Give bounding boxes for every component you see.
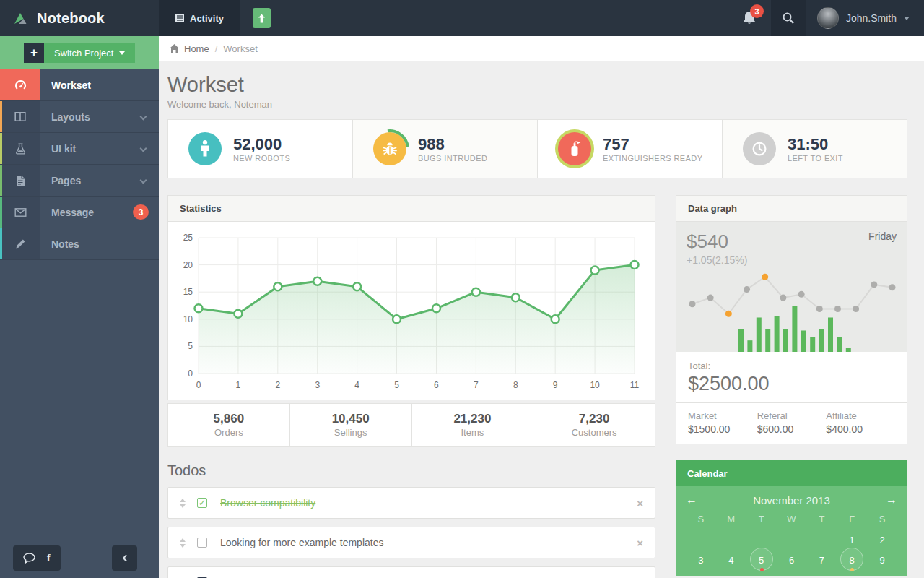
calendar-day-13[interactable]: 13 xyxy=(777,570,807,576)
stat-value: 988 xyxy=(418,135,487,153)
stat-label: NEW ROBOTS xyxy=(233,154,290,163)
notifications-button[interactable]: 3 xyxy=(728,0,771,36)
activity-list-icon xyxy=(175,13,185,23)
calendar-month: November 2013 xyxy=(703,494,880,506)
page-subtitle: Welcome back, Noteman xyxy=(167,99,907,110)
svg-text:2: 2 xyxy=(275,380,280,390)
todo-checkbox[interactable] xyxy=(197,538,207,548)
sidebar-item-notes[interactable]: Notes xyxy=(0,228,159,260)
svg-text:4: 4 xyxy=(354,380,359,390)
bug-icon xyxy=(373,132,406,165)
calendar-day-9[interactable]: 9 xyxy=(867,550,897,570)
stat-label: BUGS INTRUDED xyxy=(418,154,487,163)
item-color-stripe xyxy=(0,101,2,132)
breakdown-value: $400.00 xyxy=(826,423,895,435)
breakdown-market: Market$1500.00 xyxy=(688,410,757,435)
calendar-day-5[interactable]: 5 xyxy=(746,550,777,570)
facebook-icon[interactable]: f xyxy=(47,553,51,564)
stat-boxes-row: 52,000NEW ROBOTS988BUGS INTRUDED757EXTIN… xyxy=(167,119,907,178)
sidebar-item-pages[interactable]: Pages xyxy=(0,165,159,197)
item-color-stripe xyxy=(0,228,2,259)
left-column: Statistics 051015202501234567891011 5,86… xyxy=(167,195,655,578)
calendar-prev-button[interactable]: ← xyxy=(686,493,703,506)
calendar-day-15[interactable]: 15 xyxy=(837,570,867,576)
substat-label: Customers xyxy=(572,427,617,438)
calendar-next-button[interactable]: → xyxy=(880,493,897,506)
todo-label: Looking for more example templates xyxy=(220,537,383,548)
add-project-button[interactable]: + xyxy=(24,43,44,63)
sparkbars-chart xyxy=(687,303,898,352)
sidebar-item-label: UI kit xyxy=(40,133,141,164)
chevron-down-icon xyxy=(904,17,910,20)
calendar-day-12[interactable]: 12 xyxy=(746,570,777,576)
close-icon[interactable]: × xyxy=(637,537,643,549)
sidebar-item-label: Layouts xyxy=(40,101,141,132)
calendar-day-header: F xyxy=(837,514,867,530)
calendar-day-number: 5 xyxy=(759,555,764,566)
collapse-sidebar-button[interactable] xyxy=(112,545,137,571)
sidebar: + Switch Project WorksetLayoutsUI kitPag… xyxy=(0,36,159,578)
brand[interactable]: Notebook xyxy=(0,0,159,36)
sidebar-item-layouts[interactable]: Layouts xyxy=(0,101,159,133)
switch-project-label: Switch Project xyxy=(54,48,113,59)
drag-handle-icon[interactable] xyxy=(180,499,186,508)
substat-customers: 7,230Customers xyxy=(533,404,655,446)
calendar-day-7[interactable]: 7 xyxy=(806,550,837,570)
person-icon xyxy=(188,132,222,165)
todo-label: Browser compatibility xyxy=(220,497,315,509)
calendar-title: Calendar xyxy=(676,460,907,486)
breakdown-label: Market xyxy=(688,410,757,421)
calendar-day-3[interactable]: 3 xyxy=(686,550,716,570)
stat-box-new-robots[interactable]: 52,000NEW ROBOTS xyxy=(168,120,353,178)
chat-icon[interactable] xyxy=(23,553,35,564)
calendar-day-empty xyxy=(777,530,807,550)
close-icon[interactable]: × xyxy=(637,497,643,509)
upload-button[interactable] xyxy=(253,8,271,28)
sidebar-item-ui-kit[interactable]: UI kit xyxy=(0,133,159,165)
item-color-stripe xyxy=(0,133,2,164)
stat-box-left-to-exit[interactable]: 31:50LEFT TO EXIT xyxy=(723,120,907,178)
page-title: Workset xyxy=(167,73,907,97)
switch-project-button[interactable]: Switch Project xyxy=(44,43,135,63)
todo-item: × xyxy=(167,566,655,578)
activity-tab[interactable]: Activity xyxy=(159,0,240,36)
stat-value: 757 xyxy=(603,135,702,153)
stat-box-extinguishers-ready[interactable]: 757EXTINGUISHERS READY xyxy=(538,120,723,178)
calendar-day-number: 6 xyxy=(789,555,794,566)
calendar-day-2[interactable]: 2 xyxy=(867,530,897,550)
breakdown-label: Referal xyxy=(757,410,827,421)
sidebar-item-workset[interactable]: Workset xyxy=(0,69,159,101)
breadcrumb-home[interactable]: Home xyxy=(169,43,209,54)
calendar-day-10[interactable]: 10 xyxy=(686,570,716,576)
stat-label: LEFT TO EXIT xyxy=(788,154,843,163)
stat-box-bugs-intruded[interactable]: 988BUGS INTRUDED xyxy=(353,120,538,178)
substat-items: 21,230Items xyxy=(412,404,534,446)
statistics-chart: 051015202501234567891011 xyxy=(168,222,655,400)
home-icon xyxy=(169,43,180,53)
stat-label: EXTINGUISHERS READY xyxy=(603,154,702,163)
calendar-day-4[interactable]: 4 xyxy=(716,550,746,570)
sidebar-item-message[interactable]: Message3 xyxy=(0,197,159,228)
calendar-day-header: S xyxy=(686,514,716,530)
svg-text:10: 10 xyxy=(183,314,193,324)
calendar-day-number: 3 xyxy=(698,555,703,566)
drag-handle-icon[interactable] xyxy=(180,538,186,548)
stat-value: 31:50 xyxy=(788,135,843,153)
sidebar-footer: f xyxy=(0,545,159,571)
calendar-body: ← November 2013 → SMTWTFS123456789101112… xyxy=(676,486,907,576)
calendar-day-11[interactable]: 11 xyxy=(716,570,746,576)
search-button[interactable] xyxy=(771,0,806,36)
calendar-day-8[interactable]: 8 xyxy=(837,550,867,570)
sidebar-item-label: Notes xyxy=(40,228,159,259)
calendar-day-6[interactable]: 6 xyxy=(777,550,807,570)
substat-label: Items xyxy=(461,427,484,438)
calendar-day-1[interactable]: 1 xyxy=(837,530,867,550)
breakdown-referal: Referal$600.00 xyxy=(757,410,827,435)
calendar-day-14[interactable]: 14 xyxy=(806,570,837,576)
user-menu[interactable]: John.Smith xyxy=(806,0,924,36)
calendar-day-16[interactable]: 16 xyxy=(867,570,897,576)
substat-value: 7,230 xyxy=(579,412,610,426)
calendar-day-number: 7 xyxy=(819,555,824,566)
breadcrumb: Home / Workset xyxy=(159,36,924,61)
todo-checkbox[interactable]: ✓ xyxy=(197,498,207,508)
